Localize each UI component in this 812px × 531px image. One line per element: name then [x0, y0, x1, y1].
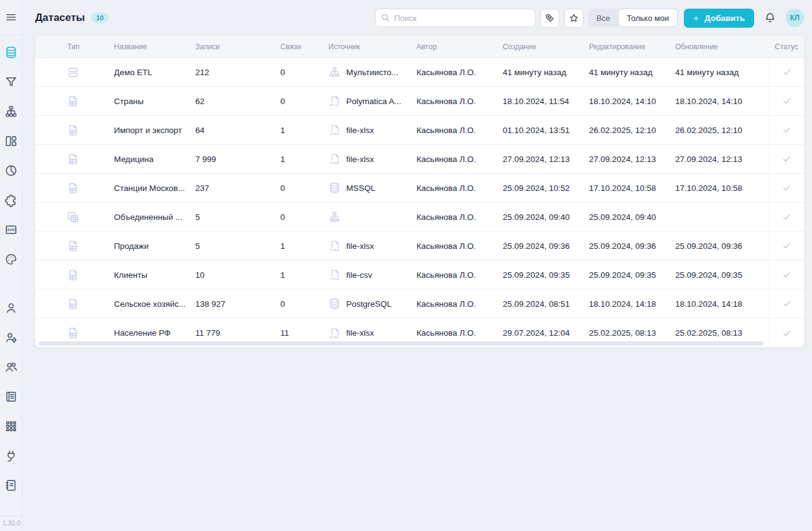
records-value: 62 [195, 87, 280, 115]
star-icon [569, 13, 579, 23]
app-version: 1.30.0 [0, 516, 22, 531]
records-value: 237 [195, 174, 280, 202]
search-wrap [375, 9, 535, 27]
table-header-row: ТипНазваниеЗаписиСвязиИсточникАвторСозда… [35, 36, 804, 58]
dataset-name: Станции Москов... [114, 174, 195, 202]
sidebar-item-charts[interactable] [0, 160, 22, 182]
author-value: Касьянова Л.О. [416, 145, 503, 173]
table-row[interactable]: Страны620APIPolymatica A...Касьянова Л.О… [35, 87, 804, 116]
table-row[interactable]: Станции Москов...2370MSSQLКасьянова Л.О.… [35, 174, 804, 203]
author-value: Касьянова Л.О. [416, 174, 503, 202]
horizontal-scrollbar[interactable] [39, 341, 763, 346]
dashboard-icon [4, 134, 18, 148]
records-value: 10 [195, 261, 280, 289]
file-table-icon [67, 326, 79, 339]
file-table-icon [67, 124, 79, 137]
sidebar-item-modules[interactable] [0, 415, 22, 437]
created-value: 25.09.2024, 09:40 [503, 203, 589, 231]
sidebar-item-dashboards[interactable] [0, 130, 22, 152]
author-value: Касьянова Л.О. [416, 87, 503, 115]
plus-icon: + [693, 13, 699, 23]
updated-value: 41 минуту назад [675, 58, 769, 86]
sidebar-item-svg-library[interactable]: SVG [0, 219, 22, 241]
author-value: Касьянова Л.О. [416, 232, 503, 260]
joined-table-icon [67, 211, 79, 224]
table-row[interactable]: Медицина7 9991XLSXfile-xlsxКасьянова Л.О… [35, 145, 804, 174]
svg-icon: SVG [4, 223, 18, 237]
sidebar-item-etl[interactable] [0, 100, 22, 123]
book-icon [4, 390, 18, 403]
column-header-edited: Редактирование [589, 43, 675, 51]
table-row[interactable]: Сельское хозяйс...138 9270PostgreSQLКась… [35, 290, 804, 318]
dataset-type [60, 232, 114, 260]
dataset-name: Сельское хозяйс... [114, 290, 195, 318]
column-header-records: Записи [195, 43, 280, 51]
status-value [769, 174, 804, 202]
dataset-type [60, 203, 114, 231]
check-icon [782, 270, 792, 280]
dataset-name: Клиенты [114, 261, 195, 289]
svg-text:API: API [330, 103, 334, 107]
dataset-type [60, 58, 114, 86]
notifications-button[interactable] [764, 12, 776, 24]
dataset-source: XLSXfile-xlsx [328, 116, 416, 144]
records-value: 212 [195, 58, 280, 86]
sidebar-item-logs[interactable] [0, 474, 22, 497]
source-label: Polymatica A... [346, 97, 401, 106]
sidebar-item-users[interactable] [0, 356, 22, 378]
search-input[interactable] [375, 9, 535, 27]
source-label: file-xlsx [346, 126, 374, 135]
source-label: PostgreSQL [346, 299, 392, 309]
sidebar-item-profile[interactable] [0, 297, 22, 319]
sidebar-item-filters[interactable] [0, 71, 22, 93]
dataset-source: Мультиисто... [328, 58, 416, 86]
filter-all-segment[interactable]: Все [588, 9, 618, 27]
user-icon [4, 301, 18, 315]
author-value: Касьянова Л.О. [416, 203, 503, 231]
check-icon [782, 328, 792, 338]
sidebar-item-datasets[interactable] [0, 41, 22, 63]
dataset-name: Страны [114, 87, 195, 115]
dataset-type [60, 290, 114, 318]
sitemap-icon [4, 105, 18, 118]
table-row[interactable]: Продажи51XLSXfile-xlsxКасьянова Л.О.25.0… [35, 232, 804, 261]
db-source-icon [328, 298, 341, 310]
add-dataset-button[interactable]: + Добавить [684, 9, 754, 28]
sidebar-item-roles[interactable] [0, 326, 22, 349]
sidebar-item-plugins[interactable] [0, 189, 22, 211]
status-value [769, 116, 804, 144]
menu-toggle-button[interactable] [0, 0, 22, 35]
file-api-icon: API [328, 95, 341, 107]
dataset-name: Продажи [114, 232, 195, 260]
column-header-source: Источник [328, 43, 416, 51]
database-icon [4, 46, 18, 59]
updated-value: 17.10.2024, 10:58 [675, 174, 769, 202]
column-header-type: Тип [60, 43, 114, 51]
table-row[interactable]: Клиенты101CSVfile-csvКасьянова Л.О.25.09… [35, 261, 804, 290]
edited-value: 18.10.2024, 14:18 [589, 290, 675, 318]
author-value: Касьянова Л.О. [416, 261, 503, 289]
sidebar-item-connections[interactable] [0, 445, 22, 467]
table-row[interactable]: Демо ETL2120Мультиисто...Касьянова Л.О.4… [35, 58, 804, 87]
table-row[interactable]: Импорт и экспорт641XLSXfile-xlsxКасьянов… [35, 116, 804, 145]
status-value [769, 318, 804, 347]
status-value [769, 203, 804, 231]
svg-text:XLSX: XLSX [330, 248, 336, 251]
updated-value: 27.09.2024, 12:13 [675, 145, 769, 173]
sidebar: SVG 1.30.0 [0, 0, 22, 531]
sidebar-item-palette[interactable] [0, 248, 22, 270]
dataset-source: MSSQL [328, 174, 416, 202]
file-table-icon [67, 269, 79, 282]
favorites-button[interactable] [564, 9, 583, 28]
tags-filter-button[interactable] [540, 9, 559, 28]
links-value: 0 [280, 203, 328, 231]
table-row[interactable]: Объединенный ...50Касьянова Л.О.25.09.20… [35, 203, 804, 232]
column-header-name: Название [114, 43, 195, 51]
avatar[interactable]: КЛ [786, 9, 804, 27]
filter-mine-segment[interactable]: Только мои [618, 9, 677, 27]
user-gear-icon [4, 331, 18, 344]
sidebar-item-journal[interactable] [0, 386, 22, 408]
palette-icon [4, 253, 18, 266]
status-value [769, 87, 804, 115]
multisource-icon [328, 66, 341, 78]
